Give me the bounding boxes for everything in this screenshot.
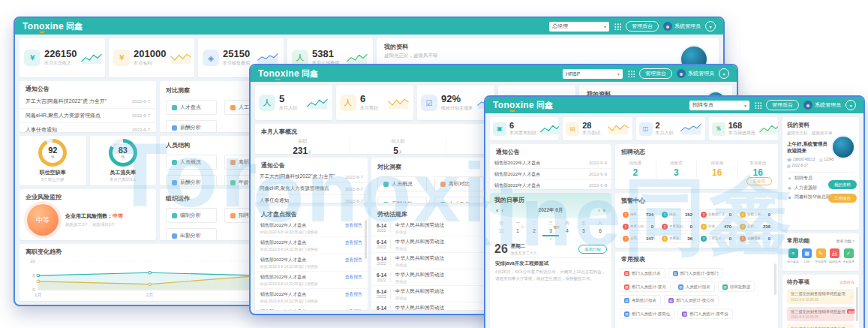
- tool-button[interactable]: 人才盘点: [434, 197, 484, 203]
- calendar-date[interactable]: 1六一: [509, 227, 526, 236]
- talent-report-item[interactable]: 销售部2022年人才盘点时间:2022-6-8 14:22:36 部门:销售部查…: [255, 272, 368, 289]
- prev-year-icon[interactable]: «: [496, 208, 499, 213]
- handle-button[interactable]: 去处理: [746, 177, 773, 185]
- notice-item[interactable]: 同鑫eHR,聚焦人力资源管理痛点2022-6-7: [255, 183, 368, 195]
- apps-grid-icon[interactable]: [754, 101, 761, 109]
- report-button[interactable]: ▤部门人员统计-按公司: [664, 295, 719, 305]
- todo-item[interactable]: 张三提交的财务报销单待您处理2022-6-9 10:39:35›: [787, 324, 854, 328]
- talent-report-item[interactable]: 销售部2022年人才盘点时间:2022-6-8 14:22:36 部门:销售部查…: [255, 237, 368, 254]
- role-select[interactable]: 招聘专员▾: [689, 101, 749, 110]
- report-button[interactable]: ▤部门人员统计-按部门: [668, 268, 723, 278]
- law-title: 中华人民共和国劳动法: [395, 288, 444, 295]
- todo-item[interactable]: 张三提交的财务报销单待您处理2022-6-9 10:39:35›: [787, 289, 854, 304]
- talent-report-meta: 时间:2022-6-8 14:22:36 部门:销售部: [260, 230, 318, 234]
- gauge-label: 员工流失率: [110, 169, 136, 176]
- talent-report-item[interactable]: 销售部2022年人才盘点时间:2022-6-8 14:22:36 部门:销售部查…: [255, 220, 368, 237]
- tool-button[interactable]: 薪酬分析: [377, 197, 427, 203]
- prev-month-icon[interactable]: ‹: [502, 208, 503, 213]
- talent-report-item[interactable]: 销售部2022年人才盘点时间:2022-6-8 14:22:36 部门:销售部查…: [255, 254, 368, 272]
- notice-item[interactable]: 人事任命通知2022-6-7: [20, 123, 156, 132]
- calendar-date[interactable]: 2: [526, 227, 542, 236]
- risk-sub: 风险员工2个、风险项目2个: [65, 222, 123, 227]
- tool-button[interactable]: 薪酬分析: [166, 175, 217, 185]
- calendar-date[interactable]: 31: [493, 227, 509, 236]
- report-button[interactable]: ▤部门人员统计表: [620, 268, 665, 278]
- tool-button[interactable]: 人才盘点: [166, 100, 217, 115]
- function-tile[interactable]: ▦日历: [801, 248, 813, 263]
- dynamics-value: 16: [697, 167, 737, 178]
- report-button[interactable]: ▤待审批数据: [718, 281, 755, 292]
- add-schedule-button[interactable]: 添加日程: [578, 245, 607, 254]
- notice-item[interactable]: 销售部2022年人才盘点2022-6-9: [490, 158, 611, 169]
- user-menu[interactable]: ☻系统管理员: [803, 101, 841, 110]
- talent-report-item[interactable]: 销售部2022年人才盘点时间:2022-6-8 14:22:36 部门:销售部查…: [255, 306, 368, 310]
- calendar-date[interactable]: 4: [559, 227, 575, 236]
- function-tile[interactable]: ✎审批管理: [815, 248, 827, 263]
- todo-text-label: 张三提交的财务报销单待您处理: [791, 291, 845, 296]
- gauge-unit: %: [51, 155, 54, 159]
- admin-console-button[interactable]: 管理后台: [626, 21, 659, 32]
- todo-item[interactable]: 张三提交的财务报销单待您处理紧急2022-6-9 10:39:35›: [787, 307, 854, 322]
- function-tile[interactable]: 品组织架构: [829, 248, 841, 263]
- work-report-button[interactable]: 工作报告: [828, 194, 857, 203]
- collapse-icon[interactable]: ▾: [719, 68, 729, 79]
- role-select[interactable]: HRBP▾: [563, 69, 623, 79]
- report-list: ▤部门人员统计表▤部门人员统计-按部门▤部门人员统计-按月▤人员统计报表▤待审批…: [620, 268, 772, 319]
- report-button[interactable]: ▤考勤统计报表: [620, 295, 661, 305]
- collapse-icon[interactable]: ▾: [845, 100, 856, 110]
- my-profile-button[interactable]: 我的资料: [828, 180, 857, 189]
- user-avatar[interactable]: [831, 135, 855, 159]
- notice-date: 2022-6-7: [345, 175, 363, 179]
- talent-report-name: 销售部2022年人才盘点: [260, 222, 318, 229]
- role-select[interactable]: 总经理▾: [549, 22, 609, 32]
- user-menu[interactable]: ☻系统管理员: [663, 22, 701, 31]
- more-functions-link[interactable]: 更多功能 >: [836, 239, 854, 243]
- report-button[interactable]: ▤部门人员统计-按月: [620, 281, 671, 292]
- view-report-link[interactable]: 查看报告: [345, 239, 362, 246]
- calendar-date[interactable]: 3端午: [542, 227, 559, 236]
- report-button[interactable]: ▤部门人员统计-按年份: [677, 308, 732, 319]
- function-tile[interactable]: ✓考勤管理: [842, 248, 854, 263]
- role-icon: ✦: [787, 176, 792, 181]
- tool-button[interactable]: 人员概况: [166, 155, 217, 170]
- apps-grid-icon[interactable]: [627, 70, 635, 77]
- view-report-link[interactable]: 查看报告: [345, 222, 362, 229]
- tool-button[interactable]: 编制分析: [166, 208, 217, 223]
- notices-card: 通知公告 开工大吉|同鑫科技2022"虎 力全开"2022-6-7同鑫eHR,聚…: [255, 158, 368, 203]
- notice-item[interactable]: 人事任命通知2022-6-7: [255, 195, 368, 203]
- dynamics-value: 3: [656, 167, 697, 178]
- weekday-label: 日: [493, 221, 509, 226]
- notice-item[interactable]: 同鑫eHR,聚焦人力资源管理痛点2022-6-7: [20, 109, 156, 123]
- view-report-link[interactable]: 查看报告: [345, 308, 362, 310]
- admin-console-button[interactable]: 管理后台: [639, 68, 672, 79]
- tool-icon: [383, 182, 389, 187]
- tool-button[interactable]: 出勤分析: [166, 228, 217, 240]
- user-menu[interactable]: ☻系统管理员: [677, 69, 714, 78]
- talent-report-item[interactable]: 销售部2022年人才盘点时间:2022-6-8 14:22:36 部门:销售部查…: [255, 289, 368, 306]
- calendar-day-number: 26: [494, 243, 508, 255]
- view-report-link[interactable]: 查看报告: [345, 274, 362, 281]
- notice-item[interactable]: 开工大吉|同鑫科技2022"虎 力全开"2022-6-7: [20, 95, 156, 109]
- admin-console-button[interactable]: 管理后台: [766, 100, 799, 110]
- report-button[interactable]: ▤人员统计报表: [674, 281, 715, 292]
- next-month-icon[interactable]: ›: [598, 208, 599, 213]
- apps-grid-icon[interactable]: [614, 23, 621, 30]
- notice-item[interactable]: 销售部2022年人才盘点2022-6-9: [490, 169, 611, 180]
- view-report-link[interactable]: 查看报告: [345, 291, 362, 298]
- tool-button[interactable]: 薪酬分析: [166, 120, 217, 132]
- scrollbar[interactable]: [365, 220, 367, 259]
- notice-item[interactable]: 销售部2022年人才盘点2022-6-9: [490, 180, 611, 189]
- function-tile[interactable]: ≡待办事项: [787, 248, 799, 263]
- calendar-date[interactable]: 5: [575, 227, 592, 236]
- tool-button[interactable]: 人员概况: [377, 176, 427, 191]
- scrollbar[interactable]: [774, 263, 776, 295]
- tool-button[interactable]: 离职对比: [434, 176, 484, 191]
- report-button[interactable]: ▤部门人员统计-按岗位: [620, 308, 674, 319]
- all-todos-link[interactable]: 全部待办: [839, 280, 854, 284]
- scrollbar[interactable]: [856, 287, 858, 321]
- view-report-link[interactable]: 查看报告: [345, 257, 362, 263]
- notice-item[interactable]: 开工大吉|同鑫科技2022"虎 力全开"2022-6-7: [255, 171, 368, 183]
- next-year-icon[interactable]: »: [602, 208, 605, 213]
- calendar-date[interactable]: 6: [592, 227, 608, 236]
- collapse-icon[interactable]: ▾: [705, 21, 716, 32]
